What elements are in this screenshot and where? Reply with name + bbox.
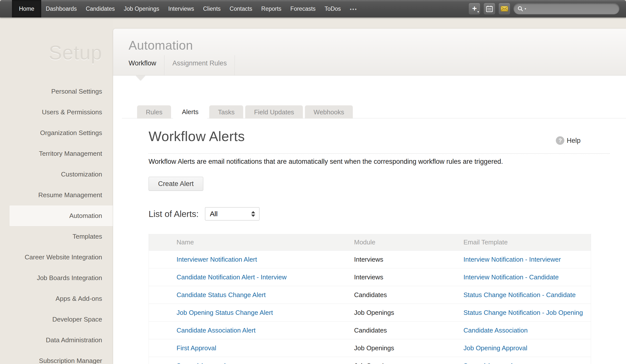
alerts-filter-row: List of Alerts: All xyxy=(149,207,259,220)
sidebar-item-resume-management[interactable]: Resume Management xyxy=(0,185,113,205)
alerts-table: NameModuleEmail Template Interviewer Not… xyxy=(149,234,591,364)
cell-email-template: Interview Notification - Interviewer xyxy=(463,256,591,263)
table-row: Second ApprovalJob OpeningsSecond Approv… xyxy=(149,357,591,364)
section-description: Workflow Alerts are email notifications … xyxy=(149,158,503,166)
cell-name: Candidate Status Change Alert xyxy=(149,291,354,299)
section-heading: Workflow Alerts xyxy=(149,128,245,144)
nav-item-clients[interactable]: Clients xyxy=(199,0,225,17)
sidebar-item-automation[interactable]: Automation xyxy=(9,205,113,226)
subtab-alerts[interactable]: Alerts xyxy=(173,105,207,119)
cell-name: First Approval xyxy=(149,344,354,352)
nav-more-icon[interactable]: ••• xyxy=(345,0,362,17)
nav-item-home[interactable]: Home xyxy=(12,0,41,17)
help-link[interactable]: ? Help xyxy=(556,136,581,145)
sidebar-item-subscription-manager[interactable]: Subscription Manager xyxy=(0,351,113,364)
sidebar-item-customization[interactable]: Customization xyxy=(0,164,113,185)
quick-add-button[interactable]: + ▾ xyxy=(468,3,480,15)
alert-link-job-opening-status-change-alert[interactable]: Job Opening Status Change Alert xyxy=(177,309,273,316)
alert-link-second-approval[interactable]: Second Approval xyxy=(177,362,226,364)
table-row: Job Opening Status Change AlertJob Openi… xyxy=(149,304,591,321)
create-alert-button[interactable]: Create Alert xyxy=(149,177,203,191)
template-link-second-approval[interactable]: Second Approval xyxy=(463,362,513,364)
sidebar-item-users-permissions[interactable]: Users & Permissions xyxy=(0,102,113,123)
cell-module: Job Openings xyxy=(354,344,463,352)
alerts-table-header: NameModuleEmail Template xyxy=(149,234,591,250)
cell-name: Second Approval xyxy=(149,362,354,364)
calendar-icon xyxy=(486,5,493,12)
cell-name: Job Opening Status Change Alert xyxy=(149,309,354,317)
alert-link-interviewer-notification-alert[interactable]: Interviewer Notification Alert xyxy=(177,256,257,263)
cell-name: Candidate Notification Alert - Interview xyxy=(149,273,354,281)
sidebar-item-job-boards-integration[interactable]: Job Boards Integration xyxy=(0,268,113,288)
plus-icon: + xyxy=(472,4,477,12)
cell-module: Candidates xyxy=(354,291,463,299)
nav-item-contacts[interactable]: Contacts xyxy=(225,0,257,17)
page-title: Automation xyxy=(129,38,193,53)
cell-email-template: Status Change Notification - Candidate xyxy=(463,291,591,299)
nav-item-job-openings[interactable]: Job Openings xyxy=(119,0,164,17)
sidebar-item-apps-add-ons[interactable]: Apps & Add-ons xyxy=(0,288,113,309)
sidebar-item-organization-settings[interactable]: Organization Settings xyxy=(0,123,113,143)
cell-email-template: Candidate Association xyxy=(463,327,591,334)
template-link-status-change-notification-job-opening[interactable]: Status Change Notification - Job Opening xyxy=(463,309,583,316)
cell-email-template: Job Opening Approval xyxy=(463,344,591,352)
tab-workflow[interactable]: Workflow xyxy=(129,55,164,75)
selected-filter-value: All xyxy=(210,210,217,218)
alerts-filter-select[interactable]: All xyxy=(205,207,259,220)
divider xyxy=(149,153,610,154)
mail-icon xyxy=(501,6,508,11)
column-header-module: Module xyxy=(354,238,463,246)
alert-link-candidate-association-alert[interactable]: Candidate Association Alert xyxy=(177,327,256,334)
sidebar-item-personal-settings[interactable]: Personal Settings xyxy=(0,81,113,102)
sidebar-item-career-website-integration[interactable]: Career Website Integration xyxy=(0,247,113,268)
module-tabs: WorkflowAssignment Rules xyxy=(129,55,235,75)
nav-item-forecasts[interactable]: Forecasts xyxy=(286,0,320,17)
search-icon xyxy=(517,5,524,12)
cell-module: Candidates xyxy=(354,327,463,334)
template-link-candidate-association[interactable]: Candidate Association xyxy=(463,327,528,334)
template-link-job-opening-approval[interactable]: Job Opening Approval xyxy=(463,344,527,352)
tab-assignment-rules[interactable]: Assignment Rules xyxy=(165,55,235,75)
table-row: First ApprovalJob OpeningsJob Opening Ap… xyxy=(149,339,591,357)
global-search[interactable]: ▾ xyxy=(513,3,620,14)
table-row: Interviewer Notification AlertInterviews… xyxy=(149,250,591,268)
template-link-interview-notification-candidate[interactable]: Interview Notification - Candidate xyxy=(463,273,559,281)
select-stepper-icon xyxy=(251,211,255,217)
sidebar-item-developer-space[interactable]: Developer Space xyxy=(0,309,113,330)
template-link-status-change-notification-candidate[interactable]: Status Change Notification - Candidate xyxy=(463,291,576,299)
cell-name: Candidate Association Alert xyxy=(149,327,354,334)
sidebar-item-territory-management[interactable]: Territory Management xyxy=(0,143,113,164)
workflow-content: RulesAlertsTasksField UpdatesWebhooks Wo… xyxy=(113,75,626,364)
panel-header: Automation WorkflowAssignment Rules xyxy=(113,29,626,75)
sidebar-item-templates[interactable]: Templates xyxy=(0,226,113,247)
sidebar-item-data-administration[interactable]: Data Administration xyxy=(0,330,113,351)
template-link-interview-notification-interviewer[interactable]: Interview Notification - Interviewer xyxy=(463,256,561,263)
chevron-down-icon: ▾ xyxy=(477,10,479,13)
calendar-button[interactable] xyxy=(483,3,495,15)
subtab-tasks[interactable]: Tasks xyxy=(209,105,243,119)
table-row: Candidate Association AlertCandidatesCan… xyxy=(149,321,591,339)
alerts-filter-label: List of Alerts: xyxy=(149,209,199,219)
alert-link-candidate-status-change-alert[interactable]: Candidate Status Change Alert xyxy=(177,291,266,299)
table-header-row: NameModuleEmail Template xyxy=(149,234,591,250)
setup-sidebar: Setup Personal SettingsUsers & Permissio… xyxy=(0,17,113,364)
subtab-rules[interactable]: Rules xyxy=(137,105,171,119)
nav-item-interviews[interactable]: Interviews xyxy=(164,0,199,17)
table-row: Candidate Status Change AlertCandidatesS… xyxy=(149,286,591,304)
alert-link-first-approval[interactable]: First Approval xyxy=(177,344,216,352)
main-panel: Automation WorkflowAssignment Rules Rule… xyxy=(113,29,626,364)
help-label: Help xyxy=(567,137,581,145)
nav-item-candidates[interactable]: Candidates xyxy=(81,0,119,17)
nav-item-todos[interactable]: ToDos xyxy=(320,0,345,17)
cell-email-template: Interview Notification - Candidate xyxy=(463,273,591,281)
table-row: Candidate Notification Alert - Interview… xyxy=(149,268,591,286)
nav-item-reports[interactable]: Reports xyxy=(257,0,286,17)
subtab-webhooks[interactable]: Webhooks xyxy=(305,105,353,119)
search-input[interactable] xyxy=(527,5,616,12)
cell-email-template: Status Change Notification - Job Opening xyxy=(463,309,591,317)
nav-item-dashboards[interactable]: Dashboards xyxy=(41,0,81,17)
alert-link-candidate-notification-alert-interview[interactable]: Candidate Notification Alert - Interview xyxy=(177,273,287,281)
subtab-field-updates[interactable]: Field Updates xyxy=(245,105,303,119)
mail-button[interactable] xyxy=(498,3,510,15)
primary-nav: HomeDashboardsCandidatesJob OpeningsInte… xyxy=(0,0,362,17)
